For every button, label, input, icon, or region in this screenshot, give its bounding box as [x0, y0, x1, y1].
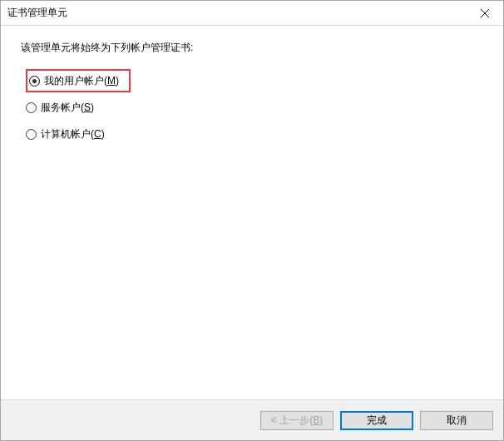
close-button[interactable] [466, 1, 503, 26]
window-title: 证书管理单元 [7, 6, 466, 20]
content-area: 该管理单元将始终为下列帐户管理证书: 我的用户帐户(M) 服务帐户(S) 计算机… [1, 26, 503, 399]
radio-user[interactable] [29, 76, 40, 87]
finish-button[interactable]: 完成 [340, 411, 413, 430]
dialog-window: 证书管理单元 该管理单元将始终为下列帐户管理证书: 我的用户帐户(M) 服务帐户… [0, 0, 504, 441]
titlebar: 证书管理单元 [1, 1, 503, 26]
radio-service-label: 服务帐户(S) [41, 101, 94, 115]
option-row-user: 我的用户帐户(M) [26, 70, 483, 92]
radio-computer[interactable] [26, 129, 37, 140]
highlight-box: 我的用户帐户(M) [26, 69, 131, 92]
close-icon [481, 9, 489, 17]
radio-service[interactable] [26, 102, 37, 113]
back-button[interactable]: < 上一步(B) [260, 411, 334, 430]
cancel-button[interactable]: 取消 [420, 411, 493, 430]
prompt-text: 该管理单元将始终为下列帐户管理证书: [21, 41, 483, 55]
option-row-service: 服务帐户(S) [26, 97, 483, 118]
option-row-computer: 计算机帐户(C) [26, 123, 483, 145]
radio-user-label: 我的用户帐户(M) [44, 74, 119, 88]
radio-computer-label: 计算机帐户(C) [41, 127, 105, 141]
options-group: 我的用户帐户(M) 服务帐户(S) 计算机帐户(C) [26, 70, 483, 145]
button-bar: < 上一步(B) 完成 取消 [1, 399, 503, 440]
